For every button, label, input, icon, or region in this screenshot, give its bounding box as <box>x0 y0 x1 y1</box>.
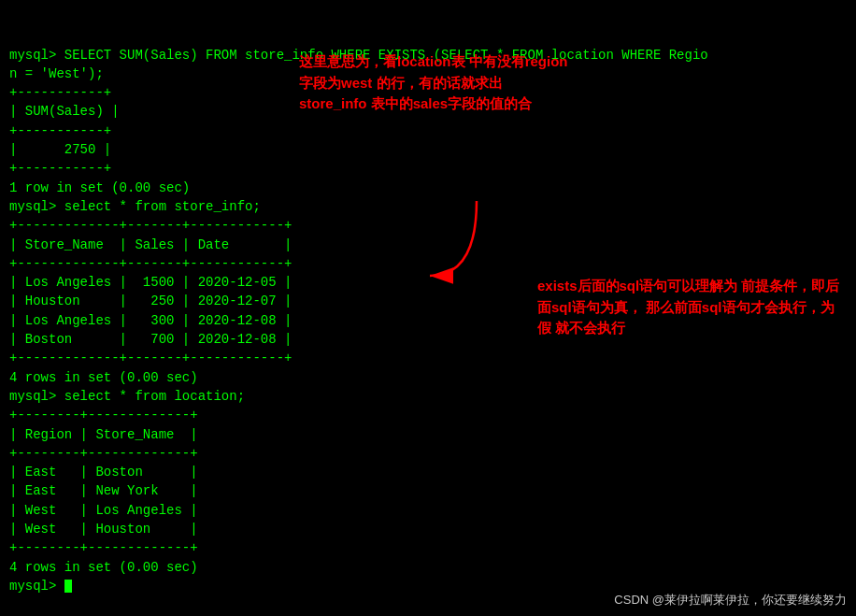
terminal-cursor <box>64 580 72 593</box>
terminal-line: | Region | Store_Name | <box>9 425 847 444</box>
annotation-exists-concept: exists后面的sql语句可以理解为 前提条件，即后面sql语句为真， 那么前… <box>537 276 846 339</box>
terminal-line: +-----------+ <box>9 159 847 178</box>
terminal-line: mysql> select * from location; <box>9 387 847 406</box>
terminal-line: +--------+-------------+ <box>9 406 847 424</box>
terminal-line: | Store_Name | Sales | Date | <box>9 236 847 254</box>
terminal-line: | East | Boston | <box>9 463 847 481</box>
terminal-line: +-----------+ <box>9 122 847 140</box>
terminal-line: +-------------+-------+------------+ <box>9 349 847 367</box>
terminal-line: +--------+-------------+ <box>9 538 847 557</box>
terminal-line: +-------------+-------+------------+ <box>9 254 847 273</box>
terminal-line: | West | Houston | <box>9 520 847 538</box>
terminal-line: | East | New York | <box>9 481 847 500</box>
terminal-line: mysql> select * from store_info; <box>9 197 847 216</box>
terminal-line: 4 rows in set (0.00 sec) <box>9 368 847 387</box>
terminal-line: | West | Los Angeles | <box>9 501 847 520</box>
terminal-line: 1 row in set (0.00 sec) <box>9 179 847 197</box>
terminal-line: | 2750 | <box>9 140 847 159</box>
terminal-line: 4 rows in set (0.00 sec) <box>9 558 847 577</box>
terminal-line: +-------------+-------+------------+ <box>9 216 847 235</box>
annotation-exists-explanation: 这里意思为，看location表 中有没有region字段为west 的行，有的… <box>299 51 570 115</box>
status-bar: CSDN @莱伊拉啊莱伊拉，你还要继续努力 <box>614 592 847 609</box>
terminal-line: +--------+-------------+ <box>9 444 847 463</box>
